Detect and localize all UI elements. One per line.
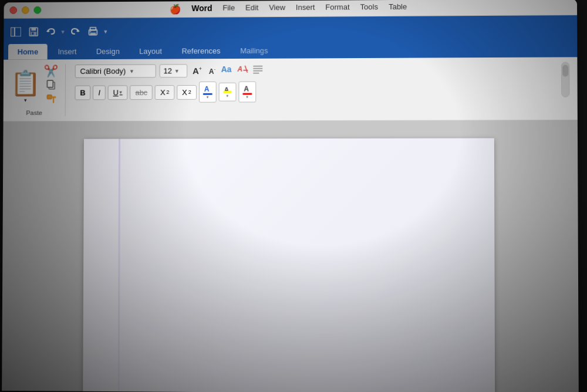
clipboard-group: 📋 ▾ ✂️	[10, 64, 66, 116]
text-color-arrow[interactable]: ▾	[246, 95, 248, 100]
svg-rect-0	[11, 27, 15, 36]
svg-rect-4	[31, 28, 36, 31]
underline-button[interactable]: U ▾	[108, 85, 128, 100]
tab-design[interactable]: Design	[87, 43, 129, 59]
document-area	[2, 120, 579, 392]
italic-button[interactable]: I	[93, 85, 105, 100]
minimize-button[interactable]	[22, 6, 29, 14]
paste-section: 📋 ▾ ✂️	[10, 64, 58, 107]
svg-text:A: A	[237, 65, 243, 73]
file-menu[interactable]: File	[222, 4, 235, 15]
tab-home[interactable]: Home	[8, 44, 48, 60]
underline-arrow[interactable]: ▾	[120, 89, 123, 95]
font-color-arrow[interactable]: ▾	[207, 95, 209, 100]
svg-point-12	[90, 31, 91, 32]
svg-rect-14	[47, 80, 53, 87]
table-menu[interactable]: Table	[389, 2, 407, 13]
format-menu[interactable]: Format	[325, 2, 349, 13]
document-page[interactable]	[83, 138, 495, 392]
quick-access-toolbar: ▾ ▾	[4, 15, 577, 44]
svg-text:A: A	[204, 85, 210, 93]
paste-label: Paste	[26, 109, 42, 116]
cut-icon[interactable]: ✂️	[44, 64, 59, 78]
svg-rect-6	[32, 32, 33, 35]
ribbon-scroll	[561, 62, 570, 97]
font-shrink-button[interactable]: A-	[207, 65, 217, 77]
view-menu[interactable]: View	[269, 3, 285, 14]
toolbar-dropdown-icon[interactable]: ▾	[104, 28, 107, 35]
close-button[interactable]	[9, 6, 17, 14]
format-painter-icon[interactable]	[46, 94, 56, 107]
paste-dropdown-arrow[interactable]: ▾	[24, 97, 27, 103]
menu-bar: 🍎 Word File Edit View Insert Format Tool…	[170, 2, 407, 15]
font-selector-row: Calibri (Body) ▼ 12 ▼ A+ A- Aa	[75, 63, 264, 79]
word-window: 🍎 Word File Edit View Insert Format Tool…	[2, 0, 579, 392]
lighting-artifact	[117, 139, 120, 392]
font-color-button[interactable]: A ▾	[199, 82, 217, 103]
font-group: Calibri (Body) ▼ 12 ▼ A+ A- Aa	[75, 63, 264, 103]
apple-menu[interactable]: 🍎	[170, 4, 181, 15]
svg-text:A: A	[244, 85, 249, 93]
svg-rect-29	[223, 91, 231, 93]
bold-button[interactable]: B	[75, 85, 90, 100]
tab-layout[interactable]: Layout	[130, 43, 171, 59]
tab-references[interactable]: References	[173, 43, 230, 59]
save-icon[interactable]	[26, 25, 41, 38]
paragraph-marks-icon[interactable]	[252, 64, 264, 77]
highlight-arrow[interactable]: ▾	[226, 94, 228, 99]
clear-formatting-icon[interactable]: A	[237, 63, 249, 78]
font-size-arrow: ▼	[174, 68, 180, 74]
svg-line-21	[245, 66, 248, 73]
paste-large-icon[interactable]: 📋	[11, 69, 41, 97]
font-size-selector[interactable]: 12 ▼	[160, 64, 188, 77]
undo-icon[interactable]	[44, 25, 58, 38]
copy-icon[interactable]	[46, 79, 56, 93]
font-name-selector[interactable]: Calibri (Body) ▼	[75, 65, 156, 78]
highlight-color-button[interactable]: A ▾	[218, 83, 236, 102]
strikethrough-button[interactable]: abc	[130, 85, 153, 100]
maximize-button[interactable]	[33, 6, 41, 14]
insert-menu[interactable]: Insert	[296, 3, 315, 14]
tab-insert[interactable]: Insert	[49, 43, 86, 59]
ribbon-content: 📋 ▾ ✂️	[4, 57, 578, 121]
sidebar-toggle-icon[interactable]	[8, 25, 23, 38]
svg-rect-11	[90, 33, 96, 35]
edit-menu[interactable]: Edit	[245, 3, 258, 14]
text-color-button[interactable]: A ▾	[238, 82, 256, 103]
font-grow-button[interactable]: A+	[191, 65, 204, 77]
svg-text:Aa: Aa	[221, 65, 232, 74]
font-name-arrow: ▼	[129, 68, 134, 74]
svg-rect-5	[31, 32, 36, 35]
format-row: B I U ▾ abc X2 X2	[75, 82, 264, 103]
tools-menu[interactable]: Tools	[360, 2, 378, 13]
change-case-icon[interactable]: Aa	[221, 63, 234, 78]
redo-icon[interactable]	[68, 25, 82, 38]
word-menu[interactable]: Word	[191, 4, 212, 15]
superscript-button[interactable]: X2	[177, 85, 196, 99]
print-icon[interactable]	[86, 25, 101, 38]
undo-arrow[interactable]: ▾	[61, 28, 65, 36]
scroll-thumb	[562, 65, 568, 76]
scroll-bar[interactable]	[561, 62, 569, 97]
tab-mailings[interactable]: Mailings	[231, 43, 277, 59]
subscript-button[interactable]: X2	[155, 85, 174, 100]
